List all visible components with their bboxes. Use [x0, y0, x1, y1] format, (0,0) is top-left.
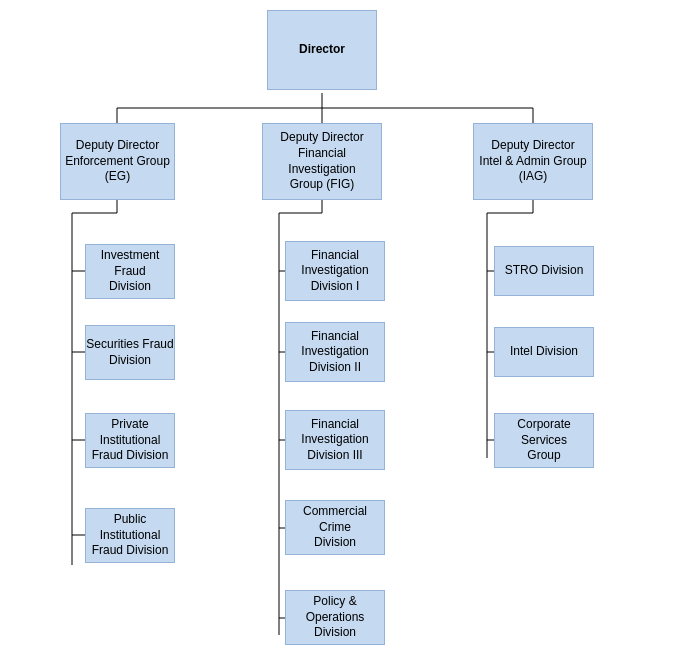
dd-fig-node: Deputy Director Financial Investigation …: [262, 123, 382, 200]
dd-iag-node: Deputy Director Intel & Admin Group (IAG…: [473, 123, 593, 200]
public-inst-node: Public Institutional Fraud Division: [85, 508, 175, 563]
comm-crime-label: Commercial Crime Division: [286, 504, 384, 551]
stro-label: STRO Division: [505, 263, 584, 279]
comm-crime-node: Commercial Crime Division: [285, 500, 385, 555]
dd-iag-label: Deputy Director Intel & Admin Group (IAG…: [479, 138, 586, 185]
corp-svc-node: Corporate Services Group: [494, 413, 594, 468]
fid1-label: Financial Investigation Division I: [301, 248, 368, 295]
director-label: Director: [299, 42, 345, 58]
public-inst-label: Public Institutional Fraud Division: [86, 512, 174, 559]
corp-svc-label: Corporate Services Group: [495, 417, 593, 464]
stro-node: STRO Division: [494, 246, 594, 296]
securities-fraud-node: Securities Fraud Division: [85, 325, 175, 380]
fid3-node: Financial Investigation Division III: [285, 410, 385, 470]
intel-label: Intel Division: [510, 344, 578, 360]
fid3-label: Financial Investigation Division III: [301, 417, 368, 464]
investment-fraud-label: Investment Fraud Division: [86, 248, 174, 295]
investment-fraud-node: Investment Fraud Division: [85, 244, 175, 299]
dd-eg-node: Deputy Director Enforcement Group (EG): [60, 123, 175, 200]
director-node: Director: [267, 10, 377, 90]
fid2-node: Financial Investigation Division II: [285, 322, 385, 382]
policy-ops-node: Policy & Operations Division: [285, 590, 385, 645]
dd-eg-label: Deputy Director Enforcement Group (EG): [65, 138, 170, 185]
intel-node: Intel Division: [494, 327, 594, 377]
dd-fig-label: Deputy Director Financial Investigation …: [263, 130, 381, 192]
fid1-node: Financial Investigation Division I: [285, 241, 385, 301]
fid2-label: Financial Investigation Division II: [301, 329, 368, 376]
private-inst-node: Private Institutional Fraud Division: [85, 413, 175, 468]
private-inst-label: Private Institutional Fraud Division: [86, 417, 174, 464]
policy-ops-label: Policy & Operations Division: [286, 594, 384, 641]
securities-fraud-label: Securities Fraud Division: [86, 337, 173, 368]
org-chart: Director Deputy Director Enforcement Gro…: [0, 0, 684, 30]
